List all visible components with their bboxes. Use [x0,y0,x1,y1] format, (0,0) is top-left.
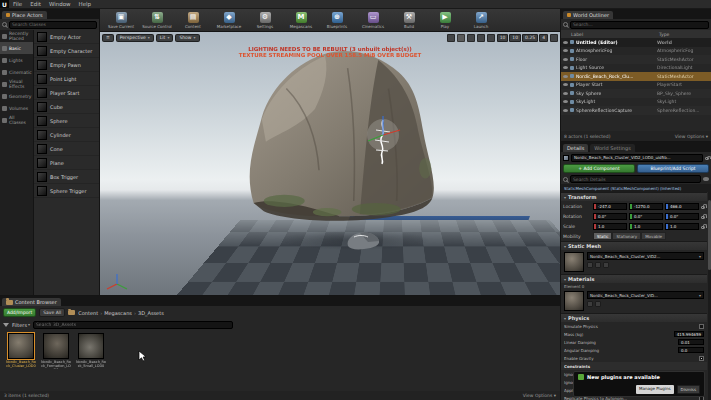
outliner-row[interactable]: Nordic_Beach_Rock_Clu... StaticMeshActor [561,72,711,81]
checkbox[interactable] [699,356,704,361]
toolbar-button[interactable]: ▭ Cinematics [357,12,389,29]
outliner-row[interactable]: AtmosphericFog AtmosphericFog [561,47,711,56]
actor-name-field[interactable]: Nordic_Beach_Rock_Cluster_VID2_LOD0_uid5… [571,154,703,162]
visibility-eye-icon[interactable] [563,49,568,52]
toolbar-button[interactable]: ↗ Launch [465,12,497,29]
breadcrumb-item[interactable]: Content [78,310,104,316]
world-local-toggle-icon[interactable] [487,34,495,42]
details-tab[interactable]: Details [563,144,588,152]
snap-value[interactable]: 0.25 [522,34,538,42]
asset-tile[interactable]: Nordic_Beach_Rock_Formation_LOD0 [41,333,71,369]
lock-icon[interactable] [701,226,705,229]
dismiss-button[interactable]: Dismiss [677,385,700,394]
static-mesh-dropdown[interactable]: Nordic_Beach_Rock_Cluster_VID2... ▾ [587,252,704,260]
category-item[interactable]: Lights [0,54,33,66]
y-value-field[interactable]: -1270.0 [629,203,663,210]
x-value-field[interactable]: -247.0 [593,203,627,210]
value-field[interactable]: 0.0 [678,347,704,353]
visibility-eye-icon[interactable] [563,58,568,61]
column-label[interactable]: Label [561,32,659,37]
select-tool-icon[interactable] [447,34,455,42]
category-item[interactable]: Basic [0,42,33,54]
save-all-button[interactable]: Save All [39,308,65,317]
menu-item[interactable]: File [9,0,26,8]
lock-icon[interactable] [705,157,709,160]
mobility-option[interactable]: Movable [641,232,666,240]
section-physics[interactable]: ▾ Physics [561,313,707,322]
camera-mode-button[interactable]: Perspective▾ [116,34,154,42]
checkbox[interactable] [699,324,704,329]
value-field[interactable]: 415.994659 [674,331,704,337]
mobility-option[interactable]: Static [593,232,612,240]
toolbar-button[interactable]: ⊕ Blueprints [321,12,353,29]
category-item[interactable]: Visual Effects [0,78,33,90]
category-item[interactable]: Geometry [0,90,33,102]
menu-item[interactable]: Help [75,0,96,8]
placeable-actor-item[interactable]: Player Start [34,86,99,100]
toolbar-button[interactable]: ▣ Save Current [105,12,137,29]
outliner-search-input[interactable] [570,21,709,29]
asset-search-input[interactable] [33,321,233,329]
column-type[interactable]: Type [659,32,711,37]
outliner-row[interactable]: Untitled (Editor) World [561,38,711,47]
toolbar-button[interactable]: ⇅ Source Control [141,12,173,29]
value-field[interactable]: 0.01 [678,339,704,345]
view-options-button[interactable]: View Options ▾ [523,393,556,398]
use-selected-icon[interactable] [587,262,593,268]
outliner-row[interactable]: SphereReflectionCapture SphereReflection… [561,106,711,115]
filters-button[interactable]: Filters ▾ [12,322,30,328]
view-mode-button[interactable]: Lit▾ [156,34,174,42]
menu-item[interactable]: Edit [26,0,45,8]
placeable-actor-item[interactable]: Point Light [34,72,99,86]
add-component-button[interactable]: + Add Component [563,164,635,173]
details-search-input[interactable] [570,175,701,183]
reset-icon[interactable] [603,262,609,268]
tab-content-browser[interactable]: Content Browser [2,298,61,306]
section-materials[interactable]: ▾ Materials [561,274,707,283]
category-item[interactable]: Volumes [0,102,33,114]
blueprint-add-script-button[interactable]: Blueprint/Add Script [637,164,709,173]
browse-to-asset-icon[interactable] [595,301,601,307]
breadcrumb-item[interactable]: Megascans [104,310,138,316]
placeable-actor-item[interactable]: Empty Actor [34,30,99,44]
details-tab[interactable]: World Settings [590,144,634,152]
outliner-row[interactable]: Player Start PlayerStart [561,81,711,90]
z-value-field[interactable]: 0.0° [665,213,699,220]
x-value-field[interactable]: 0.0° [593,213,627,220]
asset-tile[interactable]: Nordic_Beach_Rock_Small_LOD0 [76,333,106,368]
section-transform[interactable]: ▾ Transform [561,192,707,201]
toolbar-button[interactable]: ▶ Play [429,12,461,29]
static-mesh-thumbnail[interactable] [564,252,584,272]
outliner-row[interactable]: SkyLight SkyLight [561,98,711,107]
toolbar-button[interactable]: ⚙ Settings [249,12,281,29]
view-options-button[interactable]: View Options ▾ [675,134,708,139]
placeable-actor-item[interactable]: Box Trigger [34,170,99,184]
browse-to-asset-icon[interactable] [595,262,601,268]
3d-viewport[interactable]: ≡ Perspective▾ Lit▾ Show▾ 10100.254 LIGH… [100,32,560,295]
toolbar-button[interactable]: M Megascans [285,12,317,29]
scale-tool-icon[interactable] [477,34,485,42]
snap-value[interactable]: 10 [497,34,509,42]
visibility-eye-icon[interactable] [563,83,568,86]
show-flags-button[interactable]: Show▾ [175,34,199,42]
eye-icon[interactable] [703,177,709,181]
outliner-row[interactable]: Floor StaticMeshActor [561,55,711,64]
placeable-actor-item[interactable]: Sphere [34,114,99,128]
x-value-field[interactable]: 1.0 [593,223,627,230]
category-item[interactable]: Recently Placed [0,30,33,42]
tab-place-actors[interactable]: Place Actors [2,11,47,19]
component-tree-row[interactable]: StaticMeshComponent (StaticMeshComponent… [561,184,711,192]
y-value-field[interactable]: 1.0 [629,223,663,230]
menu-item[interactable]: Window [45,0,75,8]
tab-world-outliner[interactable]: World Outliner [563,11,613,19]
z-value-field[interactable]: 466.0 [665,203,699,210]
visibility-eye-icon[interactable] [563,100,568,103]
placeable-actor-item[interactable]: Cone [34,142,99,156]
viewport-options-button[interactable]: ≡ [102,34,114,42]
material-dropdown[interactable]: Nordic_Beach_Rock_Cluster_VID... ▾ [587,291,704,299]
category-item[interactable]: Cinematic [0,66,33,78]
category-item[interactable]: All Classes [0,114,33,126]
asset-tile[interactable]: Nordic_Beach_Rock_Cluster_LOD0 [6,333,36,368]
lock-icon[interactable] [701,206,705,209]
camera-speed-icon[interactable] [550,34,558,42]
